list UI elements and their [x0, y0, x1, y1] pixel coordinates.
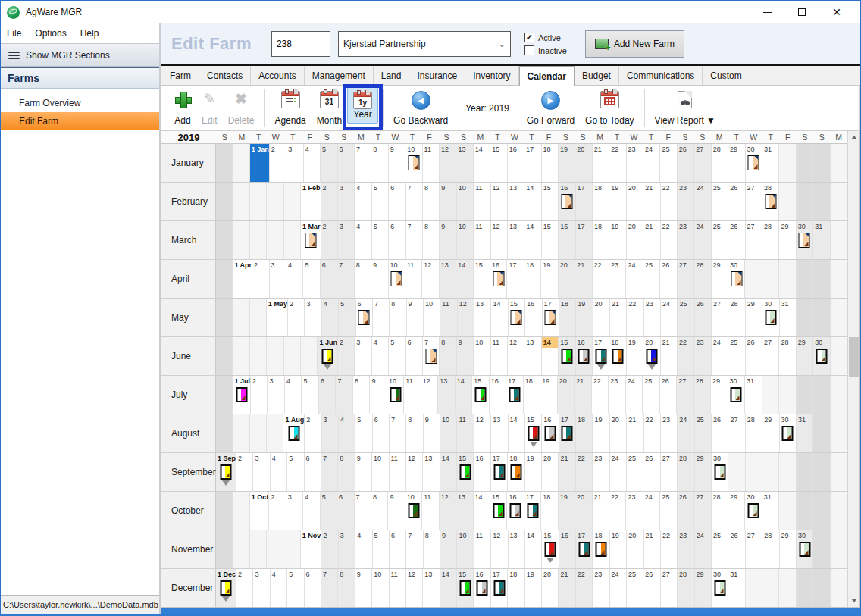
- tab-insurance[interactable]: Insurance: [409, 66, 465, 85]
- day-cell[interactable]: 4: [355, 183, 371, 220]
- day-cell[interactable]: 4: [271, 569, 287, 607]
- day-cell[interactable]: 1 Dec: [216, 569, 236, 607]
- menu-item-file[interactable]: File: [7, 28, 21, 39]
- day-cell[interactable]: 13: [456, 144, 473, 182]
- day-cell[interactable]: 19: [609, 183, 626, 220]
- day-cell[interactable]: 24: [694, 183, 711, 220]
- day-cell[interactable]: 14: [491, 299, 508, 336]
- more-events-indicator[interactable]: [546, 558, 554, 567]
- day-cell[interactable]: 17: [576, 530, 593, 568]
- day-cell[interactable]: 15: [472, 376, 489, 414]
- day-cell[interactable]: 9: [440, 530, 457, 568]
- day-cell[interactable]: 6: [389, 183, 405, 220]
- day-cell[interactable]: 31: [813, 221, 830, 259]
- day-cell[interactable]: 4: [355, 530, 372, 568]
- day-cell[interactable]: 23: [626, 492, 643, 530]
- scroll-up-arrow[interactable]: [848, 131, 859, 143]
- day-cell[interactable]: 16: [507, 492, 524, 530]
- day-cell[interactable]: 14: [474, 492, 490, 530]
- day-cell[interactable]: 12: [422, 260, 439, 298]
- day-cell[interactable]: 3: [286, 492, 303, 530]
- appointment-icon[interactable]: [459, 464, 471, 480]
- appointment-icon[interactable]: [236, 387, 247, 402]
- appointment-icon[interactable]: [305, 233, 316, 248]
- day-cell[interactable]: 28: [678, 569, 694, 607]
- day-cell[interactable]: 20: [627, 183, 643, 220]
- day-cell[interactable]: 9: [388, 492, 405, 530]
- day-cell[interactable]: 18: [541, 492, 558, 530]
- day-cell[interactable]: 12: [491, 183, 508, 220]
- day-cell[interactable]: 24: [678, 414, 694, 452]
- day-cell[interactable]: 8: [338, 453, 355, 491]
- day-cell[interactable]: 3: [286, 144, 303, 182]
- day-cell[interactable]: 28: [779, 337, 796, 375]
- day-cell[interactable]: 28: [762, 221, 779, 259]
- day-cell[interactable]: 18: [559, 299, 576, 336]
- day-cell[interactable]: 24: [626, 260, 643, 298]
- day-cell[interactable]: 8: [371, 492, 388, 530]
- show-mgr-sections-button[interactable]: Show MGR Sections: [1, 43, 159, 67]
- day-cell[interactable]: 1 Sep: [216, 453, 236, 491]
- day-cell[interactable]: 16: [490, 376, 506, 414]
- day-cell[interactable]: 6: [337, 492, 354, 530]
- day-cell[interactable]: 21: [575, 260, 592, 298]
- day-cell[interactable]: 22: [593, 260, 609, 298]
- tab-farm[interactable]: Farm: [162, 66, 199, 85]
- day-cell[interactable]: 27: [694, 492, 711, 530]
- active-checkbox-box[interactable]: ✓: [524, 33, 534, 42]
- day-cell[interactable]: 28: [712, 492, 728, 530]
- day-cell[interactable]: 11: [405, 260, 422, 298]
- day-cell[interactable]: 18: [508, 453, 524, 491]
- appointment-icon[interactable]: [816, 349, 827, 364]
- day-cell[interactable]: 10: [372, 453, 389, 491]
- tab-land[interactable]: Land: [374, 66, 410, 85]
- day-cell[interactable]: 25: [712, 183, 728, 220]
- appointment-icon[interactable]: [714, 464, 725, 480]
- day-cell[interactable]: 24: [695, 530, 712, 568]
- day-cell[interactable]: 23: [694, 337, 711, 375]
- day-cell[interactable]: 29: [797, 337, 813, 375]
- day-cell[interactable]: 8: [423, 183, 440, 220]
- day-cell[interactable]: 1 Apr: [233, 260, 252, 298]
- add-button[interactable]: Add: [169, 87, 196, 129]
- day-cell[interactable]: 14: [524, 183, 541, 220]
- appointment-icon[interactable]: [510, 503, 521, 518]
- day-cell[interactable]: 9: [355, 453, 372, 491]
- day-cell[interactable]: 11: [423, 144, 440, 182]
- appointment-icon[interactable]: [493, 271, 504, 286]
- appointment-icon[interactable]: [510, 464, 521, 480]
- inactive-checkbox[interactable]: Inactive: [524, 45, 567, 55]
- day-cell[interactable]: 18: [593, 221, 609, 259]
- day-cell[interactable]: 14: [440, 453, 457, 491]
- day-cell[interactable]: 12: [421, 376, 439, 414]
- inactive-checkbox-box[interactable]: [524, 45, 534, 55]
- day-cell[interactable]: 30: [712, 569, 728, 607]
- day-cell[interactable]: 1 Aug: [283, 414, 305, 452]
- day-cell[interactable]: 20: [643, 337, 660, 375]
- day-cell[interactable]: 10: [440, 414, 457, 452]
- day-cell[interactable]: 14: [474, 144, 490, 182]
- day-cell[interactable]: 12: [406, 569, 423, 607]
- tab-management[interactable]: Management: [305, 66, 374, 85]
- maximize-button[interactable]: [784, 2, 819, 23]
- day-cell[interactable]: 18: [593, 183, 609, 220]
- day-cell[interactable]: 18: [524, 260, 541, 298]
- day-cell[interactable]: 25: [660, 492, 677, 530]
- tab-inventory[interactable]: Inventory: [465, 66, 518, 85]
- day-cell[interactable]: 7: [406, 530, 423, 568]
- appointment-icon[interactable]: [544, 542, 556, 557]
- appointment-icon[interactable]: [493, 464, 505, 480]
- day-cell[interactable]: 29: [728, 492, 745, 530]
- day-cell[interactable]: 2: [251, 376, 268, 414]
- day-cell[interactable]: 6: [321, 260, 337, 298]
- day-cell[interactable]: 8: [406, 414, 423, 452]
- day-cell[interactable]: 9: [457, 337, 474, 375]
- day-cell[interactable]: 7: [406, 221, 423, 259]
- day-cell[interactable]: 6: [390, 530, 406, 568]
- appointment-icon[interactable]: [511, 310, 522, 325]
- day-cell[interactable]: 7: [355, 492, 371, 530]
- day-cell[interactable]: 26: [746, 337, 762, 375]
- year-view-button[interactable]: 1y Year: [347, 87, 378, 124]
- day-cell[interactable]: 19: [540, 376, 557, 414]
- day-cell[interactable]: 11: [390, 569, 406, 607]
